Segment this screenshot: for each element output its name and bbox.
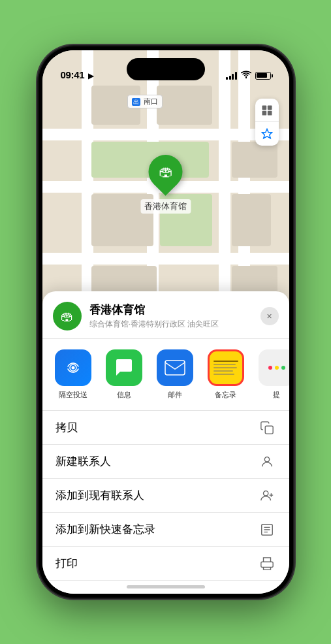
venue-name: 香港体育馆 [89,302,253,317]
map-exit-label: 出 南口 [127,95,163,108]
svg-rect-11 [265,426,273,434]
action-new-contact[interactable]: 新建联系人 [42,445,289,479]
svg-point-9 [275,366,279,370]
venue-description: 综合体育馆·香港特别行政区 油尖旺区 [89,319,253,330]
add-existing-icon [258,487,276,505]
svg-rect-15 [260,562,272,567]
svg-point-10 [281,366,285,370]
svg-rect-2 [262,110,266,115]
svg-rect-1 [267,105,272,110]
status-icons [226,71,271,80]
svg-point-13 [263,491,268,495]
print-label: 打印 [55,556,258,571]
airdrop-label: 隔空投送 [59,390,87,400]
action-copy[interactable]: 拷贝 [42,411,289,445]
mail-label: 邮件 [168,390,182,400]
notes-icon [208,349,244,386]
share-notes[interactable]: 备忘录 [203,349,249,400]
map-location-button[interactable] [255,122,279,146]
svg-point-5 [71,366,74,370]
svg-rect-0 [262,105,266,110]
signal-bars-icon [226,72,237,80]
map-layers-button[interactable] [255,99,279,122]
svg-rect-3 [267,110,272,115]
wifi-icon [241,71,251,80]
more-label: 提 [273,390,280,400]
share-more[interactable]: 提 [254,349,289,400]
bottom-sheet: 🏟 香港体育馆 综合体育馆·香港特别行政区 油尖旺区 × [42,291,289,594]
close-button[interactable]: × [260,307,279,325]
new-contact-icon [258,453,276,471]
share-row: 隔空投送 信息 [42,339,289,411]
notes-label: 备忘录 [215,390,236,400]
share-mail[interactable]: 邮件 [152,349,198,400]
status-time: 09:41 ▶ [61,69,93,80]
venue-info: 香港体育馆 综合体育馆·香港特别行政区 油尖旺区 [89,302,253,330]
venue-icon: 🏟 [53,302,82,330]
new-contact-label: 新建联系人 [55,454,258,469]
action-add-existing[interactable]: 添加到现有联系人 [42,479,289,513]
messages-icon [106,349,142,386]
action-quick-note[interactable]: 添加到新快速备忘录 [42,513,289,547]
more-icon [259,349,289,386]
svg-point-12 [264,457,269,461]
venue-marker: 🏟 香港体育馆 [140,155,191,214]
copy-icon [258,419,276,437]
copy-label: 拷贝 [55,420,258,435]
add-existing-label: 添加到现有联系人 [55,488,258,503]
action-print[interactable]: 打印 [42,547,289,581]
home-indicator [127,585,205,588]
svg-rect-6 [165,361,185,375]
battery-icon [255,72,271,80]
mail-icon [157,349,193,386]
sheet-header: 🏟 香港体育馆 综合体育馆·香港特别行政区 油尖旺区 × [42,291,289,339]
print-icon [258,555,276,573]
share-airdrop[interactable]: 隔空投送 [50,349,96,400]
quick-note-icon [258,521,276,539]
quick-note-label: 添加到新快速备忘录 [55,522,258,537]
messages-label: 信息 [117,390,131,400]
share-messages[interactable]: 信息 [101,349,147,400]
map-controls[interactable] [255,99,279,146]
airdrop-icon [55,349,91,386]
venue-map-label: 香港体育馆 [140,199,191,214]
dynamic-island [127,58,205,80]
